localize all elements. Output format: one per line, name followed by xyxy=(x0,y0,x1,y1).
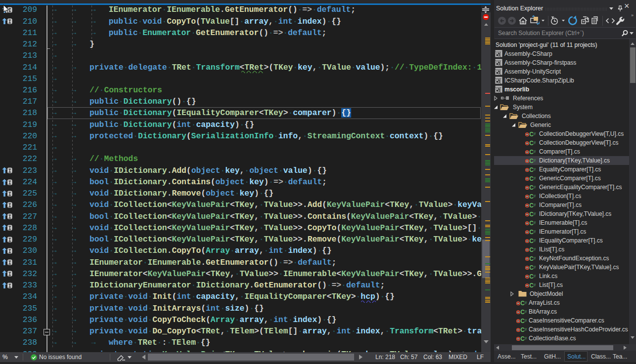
svg-text:#: # xyxy=(534,256,536,261)
svg-text:#: # xyxy=(525,327,527,332)
svg-text:#: # xyxy=(534,283,536,287)
svg-text:#: # xyxy=(534,131,536,136)
svg-text:#: # xyxy=(534,167,536,172)
svg-text:#: # xyxy=(534,158,536,163)
svg-text:#: # xyxy=(534,211,536,216)
svg-text:#: # xyxy=(525,309,527,314)
svg-text:#: # xyxy=(534,274,536,279)
svg-text:#: # xyxy=(534,229,536,234)
svg-text:#: # xyxy=(534,140,536,145)
svg-text:#: # xyxy=(534,194,536,199)
svg-text:#: # xyxy=(525,318,527,323)
svg-text:#: # xyxy=(534,185,536,190)
svg-text:#: # xyxy=(534,220,536,225)
svg-text:#: # xyxy=(534,265,536,270)
svg-text:#: # xyxy=(534,238,536,243)
svg-text:#: # xyxy=(534,176,536,181)
svg-text:#: # xyxy=(534,202,536,207)
svg-text:#: # xyxy=(534,247,536,252)
svg-text:#: # xyxy=(525,300,527,305)
svg-text:#: # xyxy=(525,336,527,341)
svg-text:#: # xyxy=(534,149,536,154)
